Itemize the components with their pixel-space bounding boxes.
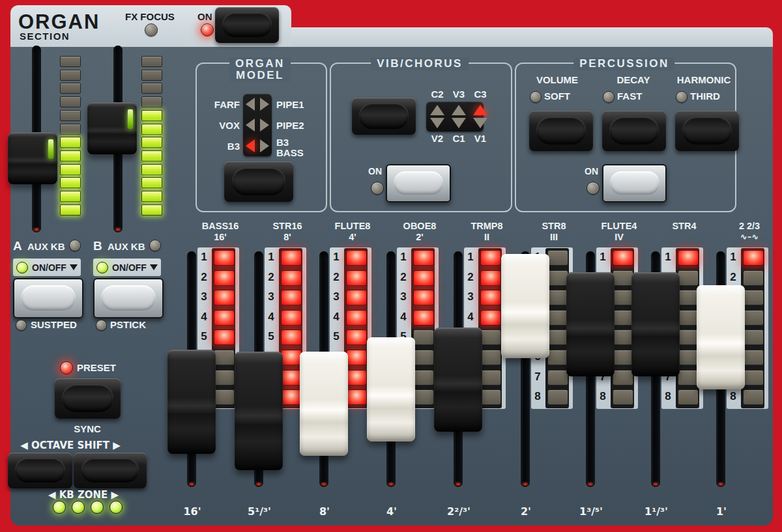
drawbar-scale-number: 4 (330, 310, 343, 324)
drawbar-led-lit (346, 389, 367, 405)
aux-b-onoff-label: ON/OFF (112, 262, 147, 273)
vib-on-button[interactable] (386, 164, 451, 203)
drawbar-fader-cap[interactable] (167, 350, 216, 454)
vib-top-label: C3 (470, 89, 491, 100)
aux-b-label: AUX KB (108, 241, 145, 252)
drawbar-led-off (547, 310, 568, 326)
aux-a-button[interactable] (13, 278, 83, 318)
drawbar-led-lit (413, 250, 434, 266)
drawbar-top-label: FLUTE8 (320, 221, 385, 231)
meter-segment-lit (141, 177, 162, 188)
perc-decay-button[interactable] (602, 111, 666, 151)
drawbar-led-off (678, 310, 699, 326)
vib-top-label: C2 (427, 89, 448, 100)
drawbar-top-label: FLUTE4 (586, 221, 652, 231)
perc-harmonic-button[interactable] (675, 111, 739, 151)
drawbar-top-label: STR4 (652, 221, 717, 231)
drawbar-led-lit (214, 290, 235, 305)
vib-on-button-pill (394, 171, 444, 195)
octave-shift-up-button[interactable] (74, 453, 147, 488)
meter-segment-lit (141, 164, 162, 175)
drawbar-scale-number: 1 (397, 250, 410, 264)
drawbar-led-off (547, 270, 568, 286)
wave-range-icon: ∿–∿ (717, 232, 782, 242)
drawbar-fader-cap[interactable] (566, 272, 615, 376)
vib-chorus-select-button[interactable] (352, 98, 416, 135)
drawbar-led-off (480, 370, 501, 385)
perc-col-led-icon (676, 91, 688, 103)
drawbar-fader-cap[interactable] (697, 285, 745, 389)
organ-model-select-button[interactable] (224, 161, 293, 202)
drawbar-led-off (743, 310, 764, 326)
drawbar-led-lit (281, 310, 302, 326)
drawbar-top-sublabel: 8' (255, 232, 320, 242)
level-a-meter (60, 56, 80, 216)
perc-on-button-pill (610, 171, 659, 195)
organ-on-led-icon (201, 23, 214, 36)
drawbar-fader-cap[interactable] (300, 352, 348, 456)
drawbar-led-lit (214, 270, 235, 286)
drawbar-led-off (547, 250, 568, 266)
drawbar-led-off (547, 290, 568, 305)
level-a-fader-cap[interactable] (8, 132, 57, 184)
sync-label: SYNC (61, 423, 113, 434)
percussion-title: PERCUSSION (573, 57, 674, 70)
drawbar-led-off (613, 329, 633, 345)
drawbar-fader-cap[interactable] (235, 352, 283, 470)
aux-a-letter: A (13, 239, 22, 253)
perc-on-button[interactable] (602, 164, 667, 203)
drawbar-scale-number: 1 (464, 250, 477, 264)
drawbar-scale-number: 2 (397, 270, 410, 285)
aux-b-led-icon (149, 240, 161, 251)
meter-segment-lit (141, 124, 162, 135)
drawbar-led-lit (480, 270, 501, 286)
drawbar-scale-number: 5 (265, 329, 278, 344)
aux-b-onoff-strip: ON/OFF (93, 259, 161, 276)
drawbar-led-off (214, 389, 235, 405)
drawbar-scale-number: 1 (330, 250, 343, 264)
drawbar-top-sublabel: II (454, 232, 519, 242)
drawbar-scale-number: 2 (727, 270, 740, 285)
drawbar-led-off (743, 290, 764, 305)
aux-b-button[interactable] (93, 278, 164, 318)
preset-sync-button[interactable] (55, 378, 121, 419)
aux-b-onoff-led-icon (96, 262, 108, 273)
aux-b-button-pill (101, 285, 155, 310)
kb-zone-label: ◀ KB ZONE ▶ (31, 489, 136, 501)
drawbar-led-lit (413, 310, 434, 326)
drawbar-fader-cap[interactable] (501, 254, 549, 358)
vib-led-icon (473, 118, 487, 128)
drawbar-led-lit (346, 290, 367, 305)
preset-led-icon (60, 361, 73, 374)
perc-volume-button[interactable] (529, 111, 593, 151)
drawbar-fader-cap[interactable] (631, 272, 680, 376)
drawbar-led-off (547, 389, 568, 405)
drawbar-scale-number: 5 (197, 329, 210, 344)
octave-down-pill (15, 458, 65, 483)
perc-col-led-icon (530, 91, 542, 103)
drawbar-top-sublabel: IV (586, 232, 652, 242)
drawbar-led-off (743, 350, 764, 365)
aux-a-onoff-strip: ON/OFF (13, 259, 81, 276)
drawbar-scale-number: 2 (265, 270, 278, 285)
drawbar-scale-number: 3 (330, 290, 343, 304)
level-b-fader-cap[interactable] (87, 102, 137, 154)
button-pill (682, 117, 732, 145)
sustped-led-icon (16, 320, 27, 331)
perc-col-sub-label: THIRD (690, 91, 720, 102)
drawbar-fader-cap[interactable] (367, 337, 415, 441)
drawbar-led-lit (346, 250, 367, 266)
drawbar-led-off (743, 270, 764, 286)
drawbar-led-lit (281, 350, 302, 365)
pstick-led-icon (96, 320, 107, 331)
meter-segment-off (60, 56, 81, 67)
organ-on-button[interactable] (215, 7, 279, 43)
drawbar-led-lit (214, 250, 235, 266)
drawbar-led-off (547, 370, 568, 385)
drawbar-bottom-label: 8' (298, 505, 351, 518)
drawbar-top-sublabel: III (521, 232, 586, 242)
preset-sync-button-pill (62, 384, 113, 412)
drawbar-fader-cap[interactable] (434, 328, 482, 432)
fader-indicator-icon (128, 109, 133, 129)
octave-shift-down-button[interactable] (8, 453, 72, 488)
